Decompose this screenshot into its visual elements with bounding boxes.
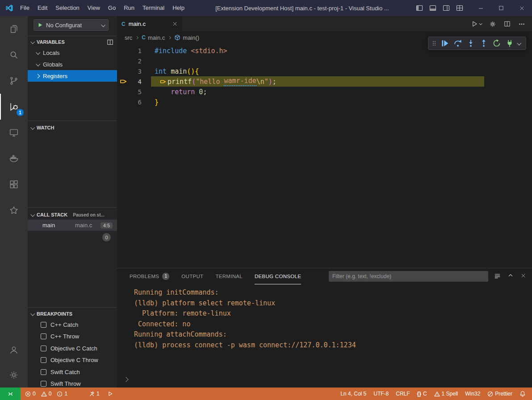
panel-tab-output[interactable]: OUTPUT [181, 268, 203, 284]
breakpoint-swift-throw[interactable]: Swift Throw [28, 378, 117, 388]
paused-status: Paused on st... [73, 212, 105, 217]
close-icon[interactable] [172, 21, 178, 27]
activity-search[interactable] [0, 42, 28, 68]
continue-button[interactable] [438, 39, 451, 47]
split-editor-button[interactable] [504, 21, 511, 27]
breakpoint-checkbox[interactable] [41, 381, 46, 387]
variables-section-header[interactable]: VARIABLES [28, 37, 117, 47]
status-cursor-position[interactable]: Ln 4, Col 5 [337, 389, 370, 399]
inline-breakpoint-icon [160, 79, 166, 85]
layout-secondary-sidebar-button[interactable] [443, 4, 450, 12]
line-number: 1 [130, 47, 142, 54]
step-over-button[interactable] [451, 39, 464, 47]
run-or-debug-button[interactable] [471, 21, 482, 27]
activity-source-control[interactable] [0, 68, 28, 94]
variables-group-locals[interactable]: Locals [28, 47, 117, 58]
variables-group-registers[interactable]: Registers [28, 70, 117, 82]
call-stack-frame[interactable]: mainmain.c4:5 [28, 220, 117, 231]
breakpoint-checkbox[interactable] [41, 346, 46, 351]
breakpoints-section-header[interactable]: BREAKPOINTS [28, 309, 117, 319]
code-text[interactable]: return 0; [142, 88, 207, 96]
status-notifications[interactable] [516, 389, 529, 399]
menu-view[interactable]: View [84, 0, 104, 16]
activity-manage[interactable] [0, 362, 28, 388]
activity-extensions[interactable] [0, 171, 28, 197]
breakpoint-c-catch[interactable]: C++ Catch [28, 319, 117, 331]
debug-config-select[interactable]: No Configurat [34, 19, 109, 31]
status-eol[interactable]: CRLF [392, 389, 413, 399]
status-tasks[interactable]: 1 [86, 389, 102, 399]
menu-file[interactable]: File [16, 0, 34, 16]
breakpoint-objective-c-throw[interactable]: Objective C Throw [28, 354, 117, 367]
remote-indicator[interactable] [0, 388, 21, 400]
code-editor[interactable]: 1#include <stdio.h>23int main(){4 printf… [117, 43, 532, 268]
breakpoint-c-throw[interactable]: C++ Throw [28, 331, 117, 343]
menu-terminal[interactable]: Terminal [138, 0, 168, 16]
breakpoint-checkbox[interactable] [41, 369, 46, 375]
status-spell-checker[interactable]: 1 Spell [431, 389, 462, 399]
activity-accounts[interactable] [0, 338, 28, 362]
menu-edit[interactable]: Edit [34, 0, 51, 16]
breakpoint-objective-c-catch[interactable]: Objective C Catch [28, 342, 117, 354]
close-button[interactable] [511, 0, 532, 16]
more-actions-button[interactable] [518, 21, 525, 28]
status-text: CRLF [396, 391, 410, 397]
status-platform[interactable]: Win32 [461, 389, 484, 399]
panel-tab-problems[interactable]: PROBLEMS1 [130, 268, 169, 284]
panel-tab-debug-console[interactable]: DEBUG CONSOLE [255, 268, 301, 284]
call-stack-section-header[interactable]: CALL STACK Paused on st... [28, 210, 117, 220]
code-text[interactable]: } [142, 98, 159, 106]
close-panel-button[interactable] [520, 272, 526, 280]
status-language-mode[interactable]: {}C [414, 389, 431, 399]
panel-tab-terminal[interactable]: TERMINAL [215, 268, 243, 284]
layout-panel-button[interactable] [429, 4, 436, 12]
tab-main-c[interactable]: C main.c [117, 16, 182, 32]
gutter[interactable] [117, 78, 130, 85]
configure-button[interactable] [489, 21, 496, 28]
status-infos[interactable]: 1 [54, 389, 70, 399]
breadcrumb-src[interactable]: src [125, 34, 132, 41]
disconnect-button[interactable] [503, 39, 516, 47]
code-text[interactable]: printf("hello wamr-ide\n"); [142, 77, 276, 86]
chevron-down-icon[interactable] [517, 41, 521, 45]
status-errors[interactable]: 0 [22, 389, 38, 399]
console-options-button[interactable] [494, 272, 501, 281]
status-prettier[interactable]: Prettier [484, 389, 516, 399]
activity-remote-explorer[interactable] [0, 120, 28, 146]
maximize-panel-button[interactable] [507, 272, 514, 280]
status-encoding[interactable]: UTF-8 [370, 389, 392, 399]
code-text[interactable]: #include <stdio.h> [142, 47, 227, 55]
section-title: VARIABLES [37, 39, 65, 45]
activity-docker[interactable] [0, 146, 28, 171]
restart-button[interactable] [490, 39, 503, 47]
debug-console-input[interactable] [124, 375, 128, 383]
console-filter-input[interactable] [329, 271, 488, 282]
activity-explorer[interactable] [0, 16, 28, 42]
breadcrumb-main[interactable]: main() [174, 34, 199, 41]
status-warnings[interactable]: 0 [38, 389, 54, 399]
breadcrumb-main-c[interactable]: Cmain.c [142, 34, 165, 41]
variables-group-globals[interactable]: Globals [28, 58, 117, 70]
minimize-button[interactable] [470, 0, 491, 16]
maximize-button[interactable] [491, 0, 511, 16]
breakpoint-checkbox[interactable] [41, 333, 46, 339]
watch-section-header[interactable]: WATCH [28, 123, 117, 133]
split-icon[interactable] [107, 39, 113, 46]
activity-marketplace-star[interactable] [0, 197, 28, 223]
menu-go[interactable]: Go [104, 0, 120, 16]
breakpoint-swift-catch[interactable]: Swift Catch [28, 366, 117, 378]
breakpoint-checkbox[interactable] [41, 357, 46, 363]
drag-handle[interactable] [430, 40, 438, 47]
step-into-button[interactable] [464, 39, 477, 47]
status-debug[interactable] [105, 389, 116, 399]
code-text[interactable]: int main(){ [142, 67, 199, 75]
menu-selection[interactable]: Selection [51, 0, 83, 16]
window-title: [Extension Development Host] main.c - te… [189, 5, 416, 12]
breakpoint-checkbox[interactable] [41, 322, 46, 328]
layout-customize-button[interactable] [456, 4, 463, 12]
layout-sidebar-button[interactable] [416, 4, 423, 12]
step-out-button[interactable] [477, 39, 490, 47]
activity-run-and-debug[interactable]: 1 [0, 94, 28, 120]
menu-help[interactable]: Help [168, 0, 189, 16]
menu-run[interactable]: Run [120, 0, 138, 16]
